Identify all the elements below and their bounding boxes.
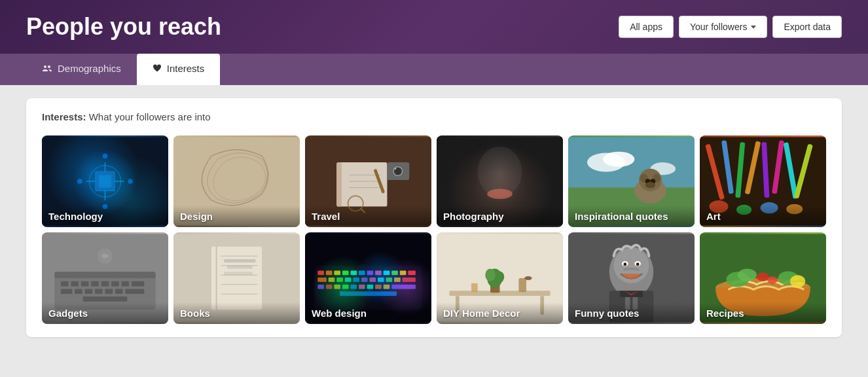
svg-rect-75	[83, 296, 128, 302]
interests-grid: Technology Design	[42, 135, 826, 324]
diy-label: DIY Home Decor	[437, 302, 563, 324]
interest-technology[interactable]: Technology	[42, 135, 168, 227]
recipes-label: Recipes	[700, 302, 826, 324]
svg-rect-64	[101, 281, 109, 287]
design-label: Design	[173, 206, 300, 227]
interest-recipes[interactable]: Recipes	[700, 232, 826, 324]
svg-rect-120	[375, 285, 382, 289]
svg-rect-16	[336, 162, 342, 207]
svg-rect-86	[227, 266, 253, 269]
interest-diy[interactable]: DIY Home Decor	[437, 232, 563, 324]
svg-point-9	[103, 154, 108, 159]
svg-point-130	[485, 269, 495, 281]
svg-point-28	[478, 147, 522, 197]
svg-rect-61	[71, 281, 79, 287]
funny-label: Funny quotes	[568, 302, 695, 324]
svg-rect-98	[384, 270, 390, 275]
tab-demographics[interactable]: Demographics	[26, 54, 137, 85]
svg-rect-123	[340, 291, 397, 296]
svg-rect-63	[91, 281, 99, 287]
photography-label: Photography	[437, 206, 563, 227]
svg-point-134	[524, 276, 532, 280]
svg-rect-85	[224, 259, 255, 262]
interests-card: Interests: What your followers are into	[26, 98, 842, 337]
interest-funny[interactable]: Funny quotes	[568, 232, 695, 324]
svg-rect-96	[367, 270, 374, 275]
users-icon	[42, 64, 52, 73]
chevron-down-icon	[751, 26, 756, 29]
svg-point-149	[738, 269, 757, 281]
svg-rect-107	[361, 278, 368, 282]
svg-rect-74	[125, 289, 144, 294]
svg-rect-59	[54, 272, 155, 278]
svg-rect-132	[518, 278, 526, 292]
interest-travel[interactable]: Travel	[305, 135, 431, 227]
svg-point-141	[636, 262, 640, 266]
svg-point-34	[603, 152, 634, 167]
subtitle-bold: Interests:	[42, 111, 86, 122]
svg-rect-122	[391, 285, 416, 289]
svg-rect-91	[326, 270, 333, 275]
main-content: Interests: What your followers are into	[0, 85, 868, 357]
svg-rect-62	[81, 281, 89, 287]
svg-rect-118	[359, 285, 365, 289]
svg-point-1	[89, 166, 120, 197]
travel-label: Travel	[305, 206, 431, 227]
svg-rect-104	[336, 278, 343, 282]
svg-rect-125	[449, 291, 550, 296]
interests-label: Interests	[167, 63, 205, 74]
svg-rect-116	[342, 285, 349, 289]
svg-rect-92	[334, 270, 340, 275]
svg-point-152	[767, 276, 777, 284]
interest-gadgets[interactable]: Gadgets	[42, 232, 168, 324]
svg-rect-65	[111, 281, 119, 287]
svg-rect-11	[99, 175, 111, 187]
svg-point-29	[487, 189, 513, 199]
svg-rect-103	[329, 278, 335, 282]
gadgets-label: Gadgets	[42, 302, 168, 324]
heart-icon	[153, 64, 162, 73]
export-data-button[interactable]: Export data	[772, 16, 842, 38]
svg-rect-105	[345, 278, 352, 282]
your-followers-button[interactable]: Your followers	[679, 16, 767, 38]
header-actions: All apps Your followers Export data	[619, 16, 842, 38]
interest-photography[interactable]: Photography	[437, 135, 563, 227]
nav-tabs: Demographics Interests	[0, 54, 868, 85]
interest-art[interactable]: Art	[700, 135, 826, 227]
art-label: Art	[700, 206, 826, 227]
svg-rect-133	[471, 283, 478, 293]
svg-rect-70	[85, 289, 93, 294]
card-subtitle: Interests: What your followers are into	[42, 111, 826, 122]
svg-rect-2	[96, 172, 115, 191]
interest-books[interactable]: Books	[173, 232, 300, 324]
svg-rect-93	[342, 270, 349, 275]
svg-rect-101	[408, 270, 416, 275]
svg-point-7	[77, 179, 82, 184]
svg-rect-60	[61, 281, 69, 287]
svg-rect-109	[378, 278, 384, 282]
interest-design[interactable]: Design	[173, 135, 300, 227]
svg-rect-100	[400, 270, 407, 275]
svg-rect-87	[224, 272, 252, 275]
svg-rect-73	[115, 289, 123, 294]
technology-label: Technology	[42, 206, 168, 227]
interest-webdesign[interactable]: Web design	[305, 232, 431, 324]
svg-point-8	[128, 179, 133, 184]
svg-rect-69	[75, 289, 82, 294]
svg-point-24	[395, 168, 397, 170]
webdesign-label: Web design	[305, 302, 431, 324]
svg-rect-95	[359, 270, 365, 275]
tab-interests[interactable]: Interests	[137, 54, 221, 85]
svg-rect-115	[334, 285, 340, 289]
followers-label: Your followers	[690, 22, 747, 32]
svg-point-131	[496, 271, 505, 282]
svg-rect-97	[375, 270, 382, 275]
svg-rect-117	[350, 285, 357, 289]
svg-point-43	[645, 182, 655, 188]
svg-rect-68	[61, 289, 72, 294]
svg-rect-71	[95, 289, 103, 294]
svg-rect-102	[317, 278, 327, 282]
all-apps-button[interactable]: All apps	[619, 16, 674, 38]
inspirational-label: Inspirational quotes	[568, 206, 695, 227]
interest-inspirational[interactable]: Inspirational quotes	[568, 135, 695, 227]
